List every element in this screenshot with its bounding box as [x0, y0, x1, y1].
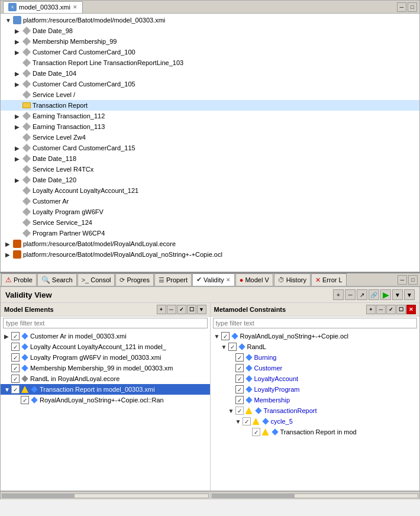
- add-col-button[interactable]: +: [157, 305, 166, 314]
- expand-arrow[interactable]: [245, 429, 252, 436]
- expand-arrow[interactable]: [15, 198, 22, 205]
- tab-console[interactable]: >_ Consol: [77, 273, 115, 286]
- expand-arrow[interactable]: [4, 376, 11, 382]
- tab-validity[interactable]: ✔ Validity ✕: [192, 273, 235, 286]
- add-col-button[interactable]: +: [366, 305, 376, 314]
- list-item[interactable]: ▼ ✓ TransactionReport: [211, 405, 420, 416]
- tree-row[interactable]: ▶ Date Date_104: [1, 68, 419, 79]
- tab-history[interactable]: ⏱ History: [274, 273, 311, 286]
- expand-arrow[interactable]: [15, 134, 22, 141]
- checkbox[interactable]: [228, 343, 237, 351]
- tree-row[interactable]: Customer Ar: [1, 196, 419, 207]
- checkbox[interactable]: [221, 332, 230, 340]
- list-item[interactable]: RandL in RoyalAndLoyal.ecore: [1, 373, 210, 384]
- expand-arrow[interactable]: [228, 386, 235, 393]
- list-item[interactable]: Customer: [211, 363, 420, 373]
- expand-arrow[interactable]: [228, 376, 235, 382]
- minimize-button[interactable]: ─: [397, 2, 406, 12]
- tab-model-view[interactable]: ● Model V: [235, 273, 273, 286]
- tree-row[interactable]: ▶ platform:/resource/Batot/model/RoyalAn…: [1, 238, 419, 249]
- checkbox[interactable]: ✓: [252, 428, 260, 436]
- tree-row[interactable]: Service Level Zw4: [1, 132, 419, 143]
- expand-arrow[interactable]: [15, 102, 22, 109]
- filter-col-button[interactable]: ▼: [197, 305, 206, 314]
- tree-row[interactable]: Service Level R4TCx: [1, 164, 419, 175]
- remove-col-button[interactable]: ─: [167, 305, 176, 314]
- expand-arrow[interactable]: ▶: [5, 251, 12, 258]
- filter-col-button[interactable]: ✕: [406, 305, 416, 314]
- tree-row[interactable]: ▼ platform:/resource/Batot/model/model_0…: [1, 15, 419, 25]
- tree-row[interactable]: ▶ Earning Transaction_113: [1, 121, 419, 132]
- list-item[interactable]: Membership: [211, 395, 420, 405]
- list-item[interactable]: Membership Membership_99 in model_00303.…: [1, 363, 210, 373]
- expand-arrow[interactable]: ▶: [15, 113, 22, 120]
- maximize-button[interactable]: □: [408, 2, 417, 12]
- expand-arrow[interactable]: [15, 60, 22, 66]
- tree-row[interactable]: ▶ Date Date_120: [1, 175, 419, 185]
- expand-arrow[interactable]: [15, 188, 22, 194]
- tree-row[interactable]: ▶ platform:/resource/Batot/model/RoyalAn…: [1, 249, 419, 260]
- checkbox[interactable]: [235, 385, 244, 394]
- checkbox[interactable]: [11, 332, 20, 340]
- list-item[interactable]: ▼ ✓ Transaction Report in model_00303.xm…: [1, 384, 210, 395]
- tree-row[interactable]: ▶ Customer Card CustomerCard_100: [1, 47, 419, 57]
- expand-arrow[interactable]: ▶: [15, 38, 22, 45]
- tree-row[interactable]: ▶ Date Date_98: [1, 25, 419, 36]
- list-item[interactable]: Loyalty Account LoyaltyAccount_121 in mo…: [1, 341, 210, 352]
- expand-arrow[interactable]: ▼: [4, 386, 11, 393]
- tree-row[interactable]: Transaction Report: [1, 100, 419, 111]
- tree-row[interactable]: Loyalty Program gW6FV: [1, 207, 419, 217]
- expand-arrow[interactable]: [15, 230, 22, 237]
- tree-row[interactable]: Service Level /: [1, 89, 419, 100]
- expand-arrow[interactable]: ▶: [15, 49, 22, 56]
- left-filter-input[interactable]: [3, 318, 208, 328]
- expand-arrow[interactable]: ▼: [214, 333, 221, 340]
- check-col-button[interactable]: ✓: [386, 305, 396, 314]
- checkbox[interactable]: [11, 343, 20, 351]
- list-item[interactable]: ▶ Customer Ar in model_00303.xmi: [1, 331, 210, 341]
- close-icon[interactable]: ✕: [73, 4, 77, 10]
- remove-button[interactable]: ─: [345, 289, 356, 300]
- checkbox[interactable]: [11, 375, 20, 383]
- expand-arrow[interactable]: ▶: [5, 241, 12, 247]
- expand-arrow[interactable]: [15, 166, 22, 173]
- list-item[interactable]: RoyalAndLoyal_noString+-+Copie.ocl::Ran: [1, 395, 210, 405]
- expand-arrow[interactable]: ▶: [15, 124, 22, 130]
- model-tab[interactable]: x model_00303.xmi ✕: [3, 1, 83, 13]
- tree-row[interactable]: ▶ Customer Card CustomerCard_115: [1, 143, 419, 153]
- expand-arrow[interactable]: ▼: [221, 344, 228, 350]
- export-button[interactable]: ↗: [357, 289, 367, 300]
- expand-arrow[interactable]: [228, 365, 235, 372]
- tab-progress[interactable]: ⟳ Progres: [115, 273, 154, 286]
- checkbox[interactable]: ✓: [243, 417, 251, 425]
- expand-arrow[interactable]: [15, 92, 22, 98]
- list-item[interactable]: ▼ RandL: [211, 341, 420, 352]
- tab-problems[interactable]: ⚠ Proble: [1, 273, 37, 286]
- checkbox[interactable]: [235, 353, 244, 362]
- add-button[interactable]: +: [333, 289, 344, 300]
- checkbox[interactable]: [11, 353, 20, 362]
- remove-col-button[interactable]: ─: [376, 305, 386, 314]
- expand-arrow[interactable]: ▶: [15, 70, 22, 77]
- tree-row[interactable]: ▶ Membership Membership_99: [1, 36, 419, 47]
- list-item[interactable]: Loyalty Program gW6FV in model_00303.xmi: [1, 352, 210, 363]
- tree-row[interactable]: Loyalty Account LoyaltyAccount_121: [1, 185, 419, 196]
- expand-arrow[interactable]: ▶: [15, 156, 22, 162]
- uncheck-col-button[interactable]: ☐: [187, 305, 196, 314]
- expand-arrow[interactable]: ▶: [4, 333, 11, 340]
- tree-row[interactable]: Service Service_124: [1, 217, 419, 228]
- checkbox[interactable]: [235, 364, 244, 372]
- tree-row[interactable]: Program Partner W6CP4: [1, 228, 419, 238]
- checkbox[interactable]: [235, 396, 244, 404]
- list-item[interactable]: Burning: [211, 352, 420, 363]
- list-item[interactable]: LoyaltyProgram: [211, 384, 420, 395]
- expand-arrow[interactable]: ▶: [15, 81, 22, 88]
- expand-arrow[interactable]: [14, 397, 21, 404]
- tab-close-icon[interactable]: ✕: [226, 277, 231, 283]
- expand-arrow[interactable]: ▼: [228, 408, 235, 414]
- tab-properties[interactable]: ☰ Propert: [154, 273, 192, 286]
- expand-arrow[interactable]: [228, 397, 235, 404]
- list-item[interactable]: ▼ ✓ cycle_5: [211, 416, 420, 427]
- expand-arrow[interactable]: [15, 209, 22, 215]
- menu-button[interactable]: ▼: [404, 289, 415, 300]
